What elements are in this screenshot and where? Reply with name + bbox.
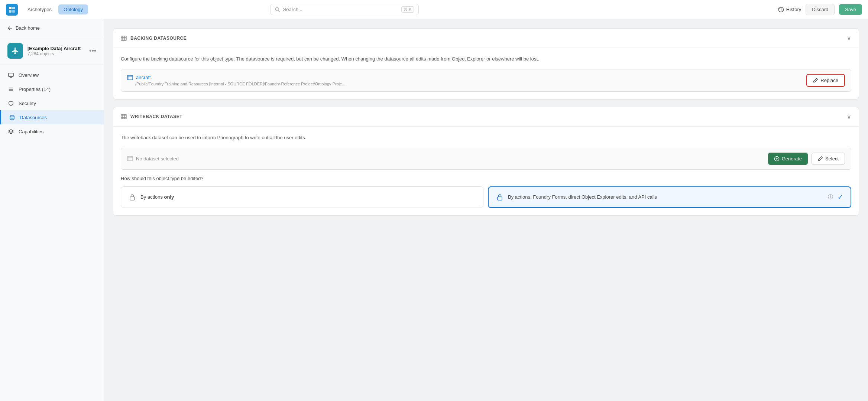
- database-icon: [9, 114, 15, 121]
- back-home-link[interactable]: Back home: [0, 19, 104, 37]
- search-shortcut: ⌘ K: [401, 6, 414, 13]
- no-dataset-label: No dataset selected: [127, 156, 768, 162]
- edit-question: How should this object type be edited?: [121, 176, 851, 181]
- select-label: Select: [825, 156, 839, 162]
- unlock-icon: [496, 193, 503, 201]
- sidebar-item-security[interactable]: Security: [0, 96, 104, 110]
- history-button[interactable]: History: [778, 7, 801, 13]
- top-navigation: Archetypes Ontology ⌘ K History Discard …: [0, 0, 868, 19]
- tab-ontology[interactable]: Ontology: [58, 4, 88, 14]
- table-icon: [121, 35, 127, 41]
- sidebar-item-properties-label: Properties (14): [19, 87, 51, 92]
- writeback-dataset-body: The writeback dataset can be used to inf…: [113, 127, 859, 215]
- save-button[interactable]: Save: [839, 4, 862, 15]
- no-dataset-icon: [127, 156, 133, 162]
- layers-icon: [7, 128, 14, 135]
- backing-datasource-section: BACKING DATASOURCE ∨ Configure the backi…: [113, 28, 859, 100]
- edit-option-all-methods-text: By actions, Foundry Forms, direct Object…: [508, 194, 823, 200]
- backing-datasource-title: BACKING DATASOURCE: [121, 35, 187, 41]
- backing-datasource-header: BACKING DATASOURCE ∨: [113, 29, 859, 48]
- history-label: History: [786, 7, 801, 12]
- svg-rect-21: [127, 75, 133, 80]
- svg-rect-29: [127, 156, 133, 161]
- arrow-left-icon: [7, 26, 13, 31]
- datasource-name-link[interactable]: aircraft: [127, 75, 806, 81]
- backing-datasource-body: Configure the backing datasource for thi…: [113, 48, 859, 99]
- writeback-dataset-title-text: WRITEBACK DATASET: [130, 114, 182, 119]
- writeback-dataset-header: WRITEBACK DATASET ∨: [113, 107, 859, 127]
- writeback-table-icon: [121, 114, 127, 120]
- svg-rect-36: [498, 197, 502, 200]
- svg-marker-15: [8, 129, 13, 132]
- sidebar: Back home [Example Data] Aircraft 7,284 …: [0, 19, 104, 401]
- pencil-icon: [818, 156, 823, 161]
- edit-options: By actions only By actions, Foundry Form…: [121, 186, 851, 208]
- sidebar-item-overview-label: Overview: [19, 72, 39, 78]
- plus-circle-icon: [774, 156, 780, 162]
- entity-icon: [7, 43, 23, 59]
- app-logo: [6, 4, 18, 16]
- sidebar-item-datasources-label: Datasources: [20, 115, 47, 120]
- monitor-icon: [7, 72, 14, 78]
- edit-icon: [813, 78, 818, 83]
- svg-rect-16: [121, 36, 126, 40]
- writeback-actions: Generate Select: [768, 153, 845, 165]
- datasource-path: /Public/Foundry Training and Resources […: [127, 82, 806, 86]
- svg-rect-1: [12, 7, 15, 9]
- sidebar-item-properties[interactable]: Properties (14): [0, 82, 104, 96]
- writeback-dataset-description: The writeback dataset can be used to inf…: [121, 134, 851, 142]
- entity-menu-button[interactable]: •••: [89, 47, 96, 55]
- writeback-dataset-section: WRITEBACK DATASET ∨ The writeback datase…: [113, 107, 859, 216]
- svg-rect-8: [8, 73, 13, 76]
- sidebar-item-overview[interactable]: Overview: [0, 68, 104, 82]
- writeback-dataset-title: WRITEBACK DATASET: [121, 114, 182, 120]
- sidebar-item-datasources[interactable]: Datasources: [0, 110, 104, 124]
- svg-line-5: [278, 10, 280, 12]
- svg-rect-3: [12, 10, 15, 13]
- backing-datasource-chevron[interactable]: ∨: [847, 35, 851, 42]
- entity-name: [Example Data] Aircraft: [27, 46, 85, 51]
- backing-datasource-description: Configure the backing datasource for thi…: [121, 55, 851, 63]
- lock-icon: [129, 193, 136, 201]
- generate-label: Generate: [782, 156, 802, 162]
- sidebar-item-capabilities[interactable]: Capabilities: [0, 124, 104, 138]
- replace-label: Replace: [820, 78, 838, 83]
- svg-point-14: [10, 115, 14, 117]
- entity-card: [Example Data] Aircraft 7,284 objects ••…: [0, 37, 104, 65]
- list-icon: [7, 86, 14, 92]
- datasource-row: aircraft /Public/Foundry Training and Re…: [121, 69, 851, 92]
- entity-info: [Example Data] Aircraft 7,284 objects: [27, 46, 85, 56]
- svg-rect-35: [130, 197, 135, 200]
- edit-option-actions-only-text: By actions only: [140, 194, 476, 200]
- entity-count: 7,284 objects: [27, 51, 85, 56]
- datasource-name-text: aircraft: [136, 75, 151, 80]
- help-icon[interactable]: ⓘ: [828, 194, 833, 200]
- shield-icon: [7, 100, 14, 107]
- history-icon: [778, 7, 784, 13]
- nav-actions: History Discard Save: [778, 4, 862, 15]
- svg-rect-24: [121, 114, 126, 119]
- sidebar-item-security-label: Security: [19, 101, 36, 106]
- no-dataset-text: No dataset selected: [136, 156, 179, 162]
- sidebar-item-capabilities-label: Capabilities: [19, 129, 43, 134]
- generate-button[interactable]: Generate: [768, 153, 808, 165]
- edit-option-all-methods[interactable]: By actions, Foundry Forms, direct Object…: [488, 186, 851, 208]
- replace-button[interactable]: Replace: [806, 74, 845, 87]
- datasource-info: aircraft /Public/Foundry Training and Re…: [127, 75, 806, 86]
- discard-button[interactable]: Discard: [806, 4, 835, 15]
- back-home-label: Back home: [16, 25, 40, 31]
- nav-tabs: Archetypes Ontology: [22, 4, 88, 14]
- writeback-dataset-chevron[interactable]: ∨: [847, 113, 851, 120]
- no-dataset-row: No dataset selected Generate: [121, 148, 851, 170]
- tab-archetypes[interactable]: Archetypes: [22, 4, 57, 14]
- search-icon: [275, 7, 280, 12]
- edit-option-actions-only[interactable]: By actions only: [121, 186, 483, 208]
- checkmark-icon: ✓: [838, 193, 843, 201]
- select-button[interactable]: Select: [812, 153, 845, 165]
- svg-rect-0: [9, 7, 12, 9]
- svg-rect-2: [9, 10, 12, 13]
- search-bar: ⌘ K: [270, 4, 419, 15]
- backing-datasource-title-text: BACKING DATASOURCE: [130, 36, 187, 41]
- sidebar-nav: Overview Properties (14): [0, 65, 104, 141]
- search-input[interactable]: [283, 7, 399, 12]
